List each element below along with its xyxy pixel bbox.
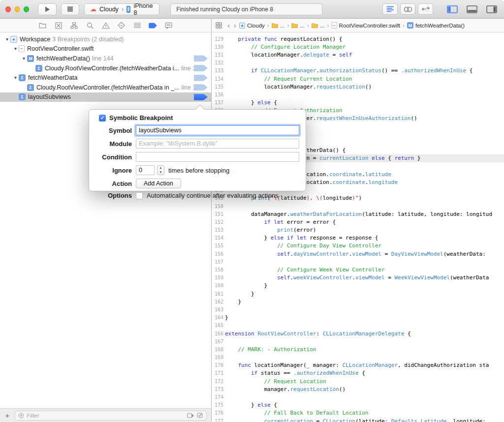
code-line[interactable]: 171if status == .authorizedWhenInUse { [212, 369, 504, 377]
code-line[interactable]: 169 [212, 354, 504, 362]
line-number[interactable]: 136 [212, 92, 225, 97]
code-line[interactable]: 160} [212, 282, 504, 290]
assistant-editor-button[interactable] [400, 3, 415, 15]
breadcrumb-item[interactable]: MfetchWeatherData() [407, 22, 465, 29]
line-number[interactable]: 166 [212, 331, 225, 336]
line-number[interactable]: 160 [212, 283, 225, 288]
line-number[interactable]: 155 [212, 243, 225, 248]
line-number[interactable]: 168 [212, 347, 225, 352]
disclosure-triangle-icon[interactable]: ▼ [12, 46, 19, 51]
line-number[interactable]: 150 [212, 204, 225, 209]
find-navigator-icon[interactable] [86, 21, 94, 30]
line-number[interactable]: 174 [212, 394, 225, 400]
code-line[interactable]: 157 [212, 258, 504, 266]
source-editor[interactable]: 129private func requestLocation() {130//… [212, 32, 504, 422]
code-line[interactable]: 135locationManager.requestLocation() [212, 83, 504, 90]
code-line[interactable]: 176// Fall Back to Default Location [212, 409, 504, 417]
filter-field[interactable] [15, 411, 207, 421]
navigator-toggle-button[interactable] [446, 3, 459, 15]
line-number[interactable]: 164 [212, 315, 225, 320]
zoom-window-button[interactable] [24, 6, 29, 12]
breakpoint-badge-icon[interactable] [194, 84, 208, 90]
code-line[interactable]: 155// Configure Day View Controller [212, 242, 504, 250]
checkmark-filter-icon[interactable] [197, 413, 203, 418]
breakpoint-row[interactable]: ▼ΣfetchWeatherData [0, 73, 211, 83]
breakpoint-row[interactable]: ▼~RootViewController.swift [0, 44, 211, 54]
line-number[interactable]: 165 [212, 323, 225, 328]
code-line[interactable]: 131locationManager.delegate = self [212, 51, 504, 59]
breakpoint-row[interactable]: ▼▲Workspace3 Breakpoints (2 disabled) [0, 34, 211, 44]
related-items-icon[interactable] [216, 22, 222, 29]
breakpoint-badge-icon[interactable] [194, 75, 208, 81]
line-number[interactable]: 131 [212, 52, 225, 58]
add-action-button[interactable]: Add Action [136, 179, 181, 188]
symbol-input[interactable] [136, 125, 299, 135]
line-number[interactable]: 153 [212, 227, 225, 233]
code-line[interactable]: 165 [212, 322, 504, 330]
report-navigator-icon[interactable] [164, 21, 173, 30]
breakpoint-enabled-checkbox[interactable]: ✓ [99, 115, 106, 121]
code-line[interactable]: 167 [212, 337, 504, 345]
code-line[interactable]: 170func locationManager(_ manager: CLLoc… [212, 362, 504, 369]
disclosure-triangle-icon[interactable]: ▼ [12, 75, 19, 80]
disclosure-triangle-icon[interactable]: ▼ [4, 37, 10, 42]
line-number[interactable]: 163 [212, 307, 225, 312]
breakpoint-row[interactable]: ▼MfetchWeatherData()line 144 [0, 54, 211, 63]
code-line[interactable]: 162} [212, 298, 504, 305]
breakpoint-row[interactable]: ΣlayoutSubviews [0, 92, 211, 102]
code-line[interactable]: 137} else { [212, 99, 504, 107]
run-button[interactable] [38, 3, 57, 15]
line-number[interactable]: 154 [212, 235, 225, 241]
line-number[interactable]: 161 [212, 291, 225, 297]
line-number[interactable]: 130 [212, 44, 225, 50]
breakpoint-badge-icon[interactable] [194, 55, 208, 61]
code-line[interactable]: 152if let error = error { [212, 218, 504, 226]
code-line[interactable]: 172// Request Location [212, 377, 504, 385]
minimize-window-button[interactable] [15, 6, 20, 12]
code-line[interactable]: 130// Configure Location Manager [212, 43, 504, 51]
ignore-count-input[interactable] [136, 165, 155, 175]
breadcrumb-item[interactable]: ▲Cloudy [239, 23, 265, 29]
code-line[interactable]: 166extension RootViewController: CLLocat… [212, 330, 504, 337]
debug-navigator-icon[interactable] [133, 21, 141, 30]
breadcrumb-item[interactable]: ... [312, 23, 325, 29]
line-number[interactable]: 152 [212, 219, 225, 225]
auto-continue-checkbox[interactable] [136, 192, 143, 199]
code-line[interactable]: 150 [212, 202, 504, 210]
line-number[interactable]: 175 [212, 402, 225, 408]
code-line[interactable]: 132 [212, 59, 504, 67]
standard-editor-button[interactable] [382, 3, 398, 15]
code-line[interactable]: 158// Configure Week View Controller [212, 266, 504, 273]
breakpoint-badge-icon[interactable] [194, 94, 208, 100]
back-button[interactable]: ‹ [227, 22, 230, 29]
source-control-navigator-icon[interactable] [54, 21, 63, 30]
code-line[interactable]: 175} else { [212, 401, 504, 409]
line-number[interactable]: 176 [212, 410, 225, 416]
condition-input[interactable] [136, 152, 299, 162]
line-number[interactable]: 129 [212, 36, 225, 42]
line-number[interactable]: 157 [212, 259, 225, 265]
disclosure-triangle-icon[interactable]: ▼ [21, 56, 27, 61]
code-line[interactable]: 161} [212, 290, 504, 298]
project-navigator-icon[interactable] [38, 21, 47, 30]
version-editor-button[interactable] [418, 3, 433, 15]
breakpoint-badge-icon[interactable] [194, 65, 208, 71]
breadcrumb-item[interactable]: ~RootViewController.swift [332, 22, 400, 29]
code-line[interactable]: 153print(error) [212, 226, 504, 234]
symbol-navigator-icon[interactable] [70, 21, 78, 30]
code-line[interactable]: 134// Request Current Location [212, 75, 504, 83]
close-window-button[interactable] [5, 6, 11, 12]
line-number[interactable]: 170 [212, 362, 225, 368]
line-number[interactable]: 137 [212, 100, 225, 105]
line-number[interactable]: 171 [212, 370, 225, 376]
line-number[interactable]: 158 [212, 267, 225, 272]
line-number[interactable]: 151 [212, 211, 225, 217]
code-line[interactable]: 129private func requestLocation() { [212, 35, 504, 43]
line-number[interactable]: 156 [212, 251, 225, 257]
code-line[interactable]: 173manager.requestLocation() [212, 385, 504, 393]
forward-button[interactable]: › [234, 22, 236, 29]
code-line[interactable]: 163 [212, 305, 504, 313]
line-number[interactable]: 167 [212, 339, 225, 344]
breakpoint-navigator-icon[interactable] [149, 21, 157, 30]
line-number[interactable]: 169 [212, 355, 225, 360]
